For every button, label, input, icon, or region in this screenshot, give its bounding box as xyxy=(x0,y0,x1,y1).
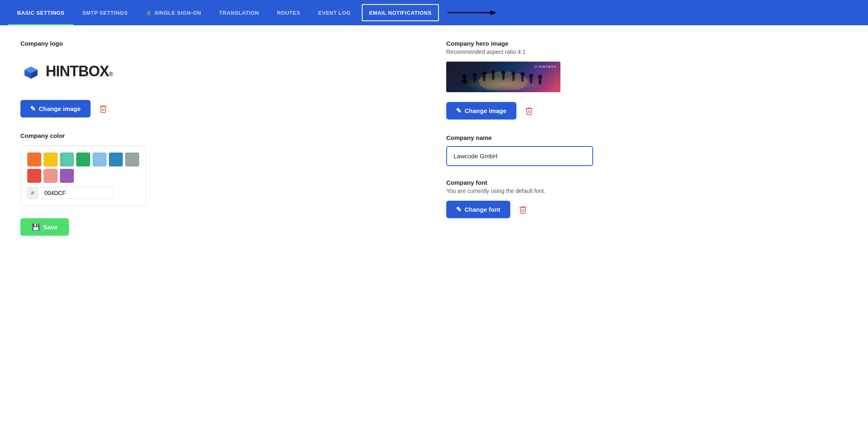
save-button[interactable]: 💾 Save xyxy=(20,218,69,236)
pencil-icon: ✎ xyxy=(30,105,35,113)
company-font-sublabel: You are currently using the default font… xyxy=(446,188,848,194)
tab-routes-label: ROUTES xyxy=(277,10,300,16)
company-font-label: Company font xyxy=(446,179,848,186)
right-column: Company hero image Recommended aspect ra… xyxy=(446,40,848,236)
swatch-teal[interactable] xyxy=(60,153,74,166)
tab-event-log[interactable]: EVENT LOG xyxy=(309,0,360,25)
left-column: Company logo HINTBOX xyxy=(20,40,422,236)
company-color-label: Company color xyxy=(20,132,422,139)
company-hero-section: Company hero image Recommended aspect ra… xyxy=(446,40,848,120)
tab-single-sign-on[interactable]: 🔒 SINGLE SIGN-ON xyxy=(137,0,210,25)
delete-hero-button[interactable] xyxy=(523,105,535,117)
tab-routes[interactable]: ROUTES xyxy=(268,0,309,25)
tab-basic-settings[interactable]: BASIC SETTINGS xyxy=(8,0,73,25)
change-logo-button[interactable]: ✎ Change image xyxy=(20,100,91,117)
navigation-bar: BASIC SETTINGS SMTP SETTINGS 🔒 SINGLE SI… xyxy=(0,0,868,25)
trash-icon-font xyxy=(518,205,527,214)
delete-font-button[interactable] xyxy=(517,204,529,216)
company-name-section: Company name xyxy=(446,134,848,166)
hex-input-row: # xyxy=(27,187,139,199)
svg-point-20 xyxy=(512,71,516,75)
hintbox-text: HINTBOX xyxy=(46,63,109,80)
swatch-green[interactable] xyxy=(76,153,90,166)
two-column-layout: Company logo HINTBOX xyxy=(20,40,848,236)
svg-point-14 xyxy=(482,71,486,75)
company-color-section: Company color # xyxy=(20,132,422,206)
swatch-yellow[interactable] xyxy=(44,153,58,166)
hero-watermark: ⬡ HINTBOX xyxy=(534,65,556,69)
hintbox-registered: ® xyxy=(109,71,113,78)
pencil-icon-hero: ✎ xyxy=(456,107,461,115)
company-name-input[interactable] xyxy=(446,146,593,166)
tab-email-notifications-label: EMAIL NOTIFICATIONS xyxy=(369,10,432,16)
hero-image-container: ⬡ HINTBOX xyxy=(446,62,848,92)
hero-action-row: ✎ Change image xyxy=(446,102,848,120)
font-action-row: ✎ Change font xyxy=(446,201,848,218)
save-label: Save xyxy=(43,224,58,230)
svg-marker-1 xyxy=(490,10,496,15)
change-font-label: Change font xyxy=(465,206,500,213)
company-logo-section: Company logo HINTBOX xyxy=(20,40,422,117)
color-swatches xyxy=(27,153,139,183)
company-logo-label: Company logo xyxy=(20,40,422,47)
hex-symbol: # xyxy=(27,187,38,199)
company-hero-label: Company hero image xyxy=(446,40,848,47)
company-hero-sublabel: Recommended aspect ratio 4:1 xyxy=(446,49,848,55)
hero-image: ⬡ HINTBOX xyxy=(446,62,560,92)
swatch-red[interactable] xyxy=(27,169,41,183)
hero-glow xyxy=(463,76,544,92)
hintbox-logo: HINTBOX ® xyxy=(20,61,113,82)
swatch-orange[interactable] xyxy=(27,153,41,166)
tab-event-log-label: EVENT LOG xyxy=(318,10,351,16)
pencil-icon-font: ✎ xyxy=(456,206,461,213)
lock-icon: 🔒 xyxy=(146,10,152,16)
logo-container: HINTBOX ® xyxy=(20,55,422,88)
logo-action-row: ✎ Change image xyxy=(20,100,422,117)
company-name-label: Company name xyxy=(446,134,848,141)
change-hero-image-label: Change image xyxy=(465,107,507,114)
change-hero-image-button[interactable]: ✎ Change image xyxy=(446,102,516,120)
color-picker: # xyxy=(20,146,146,206)
save-icon: 💾 xyxy=(32,223,40,231)
swatch-gray[interactable] xyxy=(125,153,139,166)
delete-logo-button[interactable] xyxy=(97,103,109,115)
svg-point-18 xyxy=(501,71,505,75)
hintbox-wordmark: HINTBOX ® xyxy=(46,63,113,80)
tab-smtp-settings[interactable]: SMTP SETTINGS xyxy=(73,0,137,25)
change-font-button[interactable]: ✎ Change font xyxy=(446,201,510,218)
hex-color-input[interactable] xyxy=(40,187,114,199)
tab-basic-settings-label: BASIC SETTINGS xyxy=(17,10,64,16)
trash-icon-hero xyxy=(525,106,534,115)
tab-translation[interactable]: TRANSLATION xyxy=(210,0,268,25)
hintbox-cube-icon xyxy=(20,61,42,82)
trash-icon xyxy=(99,104,108,113)
tab-email-notifications[interactable]: EMAIL NOTIFICATIONS xyxy=(362,4,439,21)
tab-translation-label: TRANSLATION xyxy=(219,10,259,16)
swatch-pink[interactable] xyxy=(44,169,58,183)
swatch-purple[interactable] xyxy=(60,169,74,183)
company-font-section: Company font You are currently using the… xyxy=(446,179,848,218)
arrow-indicator xyxy=(447,0,496,25)
swatch-blue[interactable] xyxy=(109,153,123,166)
svg-point-16 xyxy=(491,71,495,75)
change-logo-label: Change image xyxy=(39,105,81,112)
swatch-light-blue[interactable] xyxy=(93,153,106,166)
main-content: Company logo HINTBOX xyxy=(0,25,868,443)
tab-smtp-settings-label: SMTP SETTINGS xyxy=(82,10,128,16)
arrow-icon xyxy=(447,9,496,17)
tab-single-sign-on-label: SINGLE SIGN-ON xyxy=(155,10,202,16)
